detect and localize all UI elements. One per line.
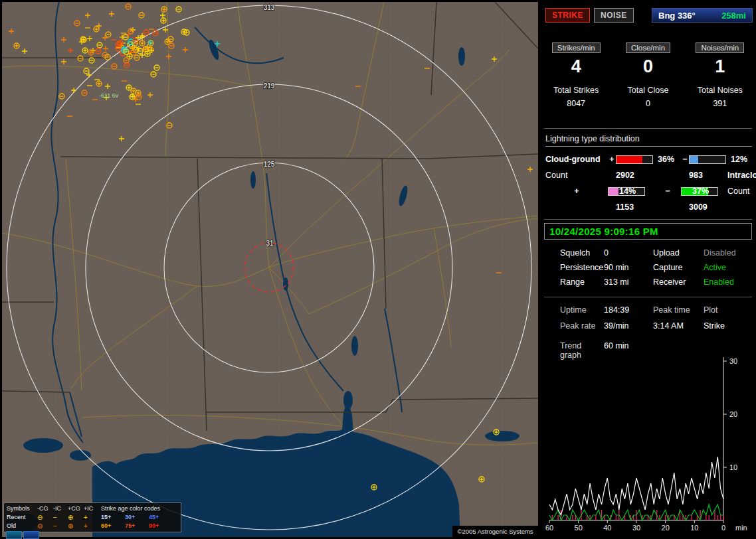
divider	[544, 297, 752, 297]
datetime-display: 10/24/2025 9:09:16 PM	[544, 223, 752, 240]
minus-sign: −	[681, 155, 689, 164]
cg-plus-pct: 36%	[654, 155, 681, 164]
lightning-map[interactable]: 313 219 125 31 -611 6v Symbols -CG -IC +…	[2, 2, 538, 537]
plot-label: Plot	[704, 305, 756, 315]
settings-grid: Squelch 0 Upload Disabled Persistence 90…	[560, 248, 756, 287]
noise-mode-button[interactable]: NOISE	[594, 8, 634, 23]
range-value: 313 mi	[604, 277, 653, 287]
strikes-per-min-value: 4	[540, 56, 612, 77]
map-legend: Symbols -CG -IC +CG +IC Strike age color…	[3, 502, 181, 532]
legend-col-pos-ic: +IC	[84, 504, 101, 513]
storm-track-annotation: -611 6v	[99, 92, 119, 99]
neg-ic-icon: −	[53, 513, 68, 522]
cg-minus-gauge	[689, 155, 726, 164]
peak-time-label: Peak time	[653, 305, 704, 315]
window-chip-1[interactable]	[6, 531, 22, 539]
svg-text:min: min	[735, 524, 747, 532]
close-per-min-value: 0	[612, 56, 684, 77]
receiver-status: Enabled	[704, 277, 756, 287]
uptime-label: Uptime	[560, 305, 604, 315]
window-chip-2[interactable]	[23, 531, 39, 539]
age-code-30: 30+	[125, 513, 149, 522]
cg-plus-gauge	[616, 155, 653, 164]
cg-minus-pct: 12%	[727, 155, 751, 164]
capture-label: Capture	[653, 263, 704, 272]
trend-graph: 6050403020100min102030	[545, 354, 753, 535]
noises-column: Noises/min 1 Total Noises 391	[684, 41, 756, 108]
noises-per-min-label: Noises/min	[696, 42, 744, 53]
bearing-display: Bng 336° 258mi	[652, 8, 753, 23]
receiver-label: Receiver	[653, 277, 704, 287]
persistence-label: Persistence	[560, 263, 604, 272]
peak-rate-label: Peak rate	[560, 321, 604, 331]
plus-sign: +	[608, 155, 616, 164]
cg-minus-count: 983	[689, 171, 727, 180]
strikes-per-min-label: Strikes/min	[552, 42, 601, 53]
distance-value: 258mi	[721, 11, 746, 21]
pos-ic-icon: +	[84, 513, 101, 522]
uptime-value: 184:39	[604, 305, 653, 315]
svg-text:30: 30	[729, 357, 737, 365]
legend-symbols-header: Symbols	[7, 504, 37, 513]
age-code-60: 60+	[101, 522, 125, 530]
age-code-45: 45+	[149, 513, 173, 522]
range-label: Range	[560, 277, 604, 287]
upload-label: Upload	[653, 248, 704, 258]
ring-label-313: 313	[264, 4, 275, 11]
ic-minus-pct: 37%	[689, 187, 727, 196]
total-close-label: Total Close	[612, 86, 684, 95]
plot-value: Strike	[704, 321, 756, 331]
capture-status: Active	[704, 263, 756, 272]
legend-age-header: Strike age color codes	[101, 504, 173, 513]
total-noises-value: 391	[684, 99, 756, 108]
legend-col-pos-cg: +CG	[68, 504, 84, 513]
svg-text:50: 50	[575, 524, 583, 532]
divider	[544, 219, 752, 220]
ic-minus-count: 3009	[689, 202, 727, 212]
distribution-grid: Cloud-ground + 36% − 12% Count 2902 983 …	[545, 151, 751, 215]
close-column: Close/min 0 Total Close 0	[612, 41, 684, 108]
svg-text:20: 20	[662, 524, 670, 532]
minus-sign: −	[654, 187, 681, 196]
trend-graph-canvas: 6050403020100min102030	[545, 354, 753, 535]
svg-text:20: 20	[729, 410, 737, 418]
performance-grid: Uptime 184:39 Peak time Plot Peak rate 3…	[560, 305, 756, 331]
age-code-75: 75+	[125, 522, 149, 530]
close-per-min-label: Close/min	[626, 42, 670, 53]
peak-time-value: 3:14 AM	[653, 321, 704, 331]
svg-text:0: 0	[721, 524, 725, 532]
pos-cg-icon: ⊕	[68, 513, 84, 522]
ic-plus-pct: 14%	[616, 187, 654, 196]
ring-label-31: 31	[266, 240, 274, 247]
svg-text:10: 10	[729, 463, 737, 471]
pos-ic-old-icon: +	[84, 522, 101, 530]
cloud-ground-label: Cloud-ground	[545, 155, 608, 164]
svg-text:10: 10	[690, 524, 698, 532]
ic-plus-count: 1153	[616, 202, 654, 212]
legend-col-neg-ic: -IC	[53, 504, 68, 513]
total-close-value: 0	[612, 99, 684, 108]
intracloud-label: Intracloud	[727, 171, 751, 180]
copyright-text: ©2005 Astrogenic Systems	[452, 526, 538, 539]
pos-cg-old-icon: ⊕	[68, 522, 84, 530]
svg-text:60: 60	[545, 524, 553, 532]
total-noises-label: Total Noises	[684, 86, 756, 95]
noises-per-min-value: 1	[684, 56, 756, 77]
rate-stats: Strikes/min 4 Total Strikes 8047 Close/m…	[540, 41, 756, 108]
total-strikes-label: Total Strikes	[540, 86, 612, 95]
status-panel: STRIKE NOISE Bng 336° 258mi Strikes/min …	[540, 0, 756, 539]
ring-label-125: 125	[264, 161, 275, 168]
squelch-value: 0	[604, 248, 653, 258]
plus-sign: +	[545, 187, 608, 196]
ring-label-219: 219	[264, 82, 275, 90]
ic-count-label: Count	[727, 187, 751, 196]
total-strikes-value: 8047	[540, 99, 612, 108]
upload-status: Disabled	[704, 248, 756, 258]
persistence-value: 90 min	[604, 263, 653, 272]
legend-row-recent-label: Recent	[7, 513, 37, 522]
legend-col-neg-cg: -CG	[37, 504, 53, 513]
age-code-90: 90+	[149, 522, 173, 530]
age-code-15: 15+	[101, 513, 125, 522]
strike-mode-button[interactable]: STRIKE	[545, 8, 590, 23]
neg-cg-icon: ⊖	[37, 513, 53, 522]
